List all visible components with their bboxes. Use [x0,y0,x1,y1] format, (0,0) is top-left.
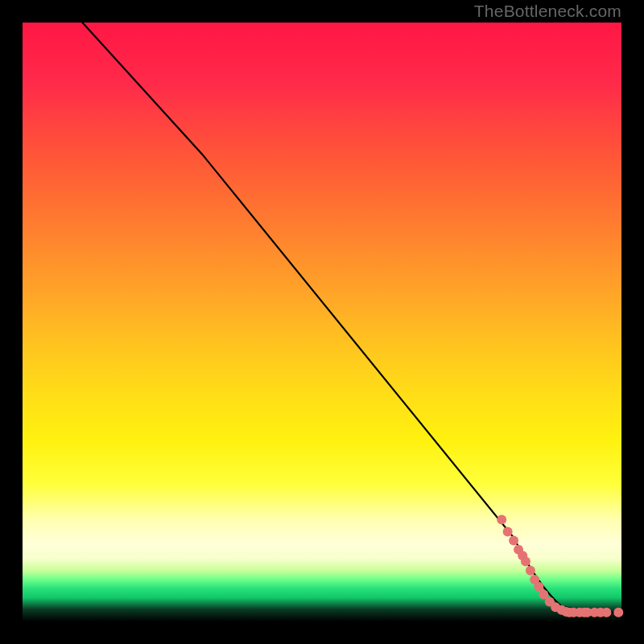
data-point [601,608,611,617]
chart-curve [82,23,621,613]
chart-scatter-points [497,515,623,617]
data-point [613,608,623,617]
data-point [521,557,530,567]
attribution-text: TheBottleneck.com [474,2,621,21]
chart-curve-line [82,23,621,613]
chart-container [23,23,621,621]
data-point [509,536,518,546]
data-point [503,526,513,536]
data-point [526,566,535,576]
data-point [497,515,506,525]
chart-overlay [23,23,621,621]
